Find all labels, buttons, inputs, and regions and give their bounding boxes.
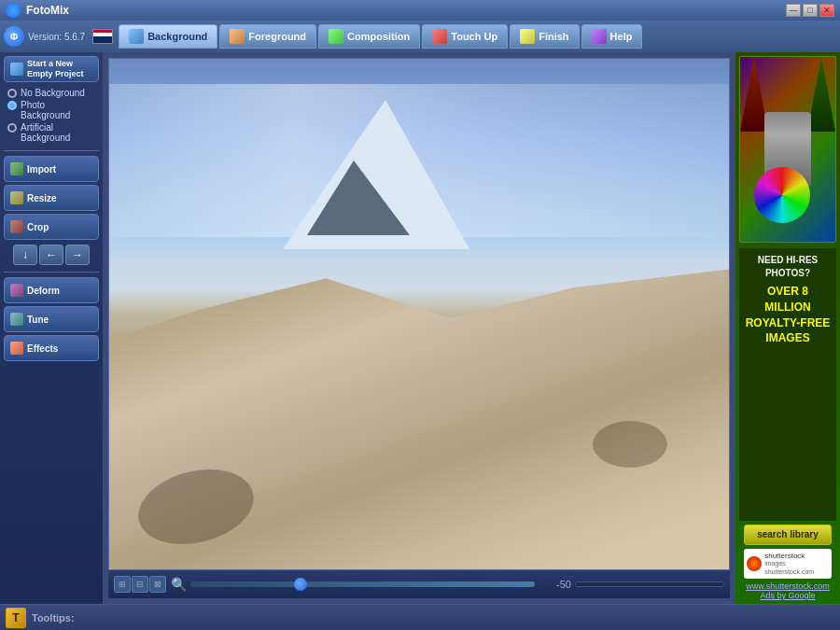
deform-icon — [10, 284, 23, 297]
touchup-tab-icon — [432, 29, 447, 44]
mountain-rock — [307, 161, 410, 235]
zoom-fit-icon[interactable]: ⊞ — [114, 576, 131, 593]
arrow-right-button[interactable]: → — [65, 245, 90, 265]
crop-icon — [10, 220, 23, 233]
finish-tab-icon — [520, 29, 535, 44]
effects-button[interactable]: Effects — [4, 335, 99, 361]
tune-icon — [10, 313, 23, 326]
ad-tree-right — [807, 57, 835, 132]
divider-2 — [4, 272, 99, 273]
view-icons: ⊞ ⊟ ⊠ — [114, 576, 166, 593]
shutterstock-logo-text: shutterstock imagesshutterstock.com — [764, 552, 814, 576]
navbar: Φ Version: 5.6.7 Background Foreground C… — [0, 21, 840, 52]
composition-tab-label: Composition — [347, 31, 410, 42]
sidebar: Start a New Empty Project No Background … — [0, 52, 103, 604]
tab-background[interactable]: Background — [119, 24, 217, 49]
position-slider-track[interactable] — [575, 581, 724, 587]
effects-icon — [10, 342, 23, 355]
ad-link-1[interactable]: www.shutterstock.com — [746, 581, 830, 591]
version-badge: Φ Version: 5.6.7 — [4, 26, 85, 47]
shutterstock-subtext: imagesshutterstock.com — [764, 560, 814, 576]
foreground-tab-label: Foreground — [248, 31, 306, 42]
magnify-icon: 🔍 — [170, 576, 187, 593]
finish-tab-label: Finish — [539, 31, 568, 42]
touchup-tab-label: Touch Up — [451, 31, 497, 42]
minimize-button[interactable]: — — [786, 4, 801, 17]
ad-link-2[interactable]: Ads by Google — [760, 591, 815, 600]
zoom-grid-icon[interactable]: ⊟ — [132, 576, 148, 593]
canvas-container — [108, 58, 730, 570]
bottom-bar: ⊞ ⊟ ⊠ 🔍 -50 — [108, 570, 730, 598]
radio-no-background-dot — [7, 89, 17, 98]
radio-photo-background[interactable]: Photo Background — [7, 100, 95, 120]
resize-button[interactable]: Resize — [4, 185, 99, 211]
statusbar: T Tooltips: — [0, 604, 840, 630]
new-project-label: Start a New Empty Project — [27, 59, 92, 79]
background-tab-label: Background — [147, 31, 207, 42]
resize-label: Resize — [27, 193, 57, 203]
foreground-tab-icon — [230, 29, 245, 44]
import-icon — [10, 162, 23, 175]
titlebar: FotoMix — □ ✕ — [0, 0, 840, 21]
status-icon: T — [6, 608, 26, 628]
ad-search-label: search library — [757, 529, 819, 539]
help-tab-icon — [592, 29, 607, 44]
flag-icon — [92, 29, 113, 44]
arrow-left-button[interactable]: ← — [39, 245, 63, 265]
deform-button[interactable]: Deform — [4, 277, 99, 303]
app-logo: Φ — [4, 26, 24, 47]
help-tab-label: Help — [610, 31, 633, 42]
ad-headline: NEED HI-RES PHOTOS? — [743, 254, 833, 280]
tab-finish[interactable]: Finish — [510, 24, 579, 49]
ad-panel: NEED HI-RES PHOTOS? OVER 8 MILLION ROYAL… — [735, 52, 840, 604]
effects-label: Effects — [27, 343, 58, 354]
composition-tab-icon — [329, 29, 343, 44]
app-title: FotoMix — [26, 4, 786, 17]
tune-label: Tune — [27, 315, 49, 325]
ad-search-button[interactable]: search library — [744, 525, 832, 545]
zoom-value: -50 — [539, 579, 571, 590]
divider-1 — [4, 150, 99, 151]
tooltips-label: Tooltips: — [32, 612, 75, 623]
arrow-down-button[interactable]: ↓ — [13, 245, 37, 265]
resize-icon — [10, 191, 23, 204]
zoom-actual-icon[interactable]: ⊠ — [149, 576, 166, 593]
maximize-button[interactable]: □ — [803, 4, 818, 17]
background-tab-icon — [129, 29, 144, 44]
crop-button[interactable]: Crop — [4, 214, 99, 240]
radio-artificial-background-label: Artificial Background — [21, 122, 95, 143]
new-project-button[interactable]: Start a New Empty Project — [4, 56, 99, 82]
radio-photo-background-label: Photo Background — [21, 100, 95, 120]
tab-composition[interactable]: Composition — [318, 24, 420, 49]
zoom-slider-thumb[interactable] — [294, 578, 307, 591]
ad-subtext: OVER 8 MILLION ROYALTY-FREE IMAGES — [743, 284, 833, 346]
shutterstock-logo-icon — [747, 556, 762, 571]
radio-no-background-label: No Background — [21, 88, 85, 98]
tune-button[interactable]: Tune — [4, 306, 99, 332]
import-button[interactable]: Import — [4, 156, 99, 182]
tab-foreground[interactable]: Foreground — [219, 24, 316, 49]
content-area: ⊞ ⊟ ⊠ 🔍 -50 — [103, 52, 735, 604]
zoom-slider-track[interactable] — [190, 581, 535, 587]
close-button[interactable]: ✕ — [819, 4, 834, 17]
version-text: Version: 5.6.7 — [28, 32, 85, 42]
main-layout: Start a New Empty Project No Background … — [0, 52, 840, 604]
import-label: Import — [27, 164, 56, 175]
radio-photo-background-dot — [7, 101, 17, 110]
window-controls: — □ ✕ — [786, 4, 834, 17]
ad-orb — [754, 167, 810, 223]
crop-label: Crop — [27, 222, 49, 232]
ad-image — [739, 56, 836, 243]
shadow-2 — [593, 421, 667, 468]
deform-label: Deform — [27, 286, 60, 296]
shutterstock-name: shutterstock — [764, 552, 814, 561]
radio-artificial-background[interactable]: Artificial Background — [7, 122, 95, 143]
radio-no-background[interactable]: No Background — [7, 88, 95, 98]
ad-logo: shutterstock imagesshutterstock.com — [744, 549, 832, 579]
main-image — [109, 59, 729, 569]
tab-touch-up[interactable]: Touch Up — [422, 24, 508, 49]
app-icon — [6, 3, 21, 18]
radio-artificial-background-dot — [7, 123, 17, 133]
move-arrows: ↓ ← → — [4, 243, 99, 267]
tab-help[interactable]: Help — [581, 24, 643, 49]
